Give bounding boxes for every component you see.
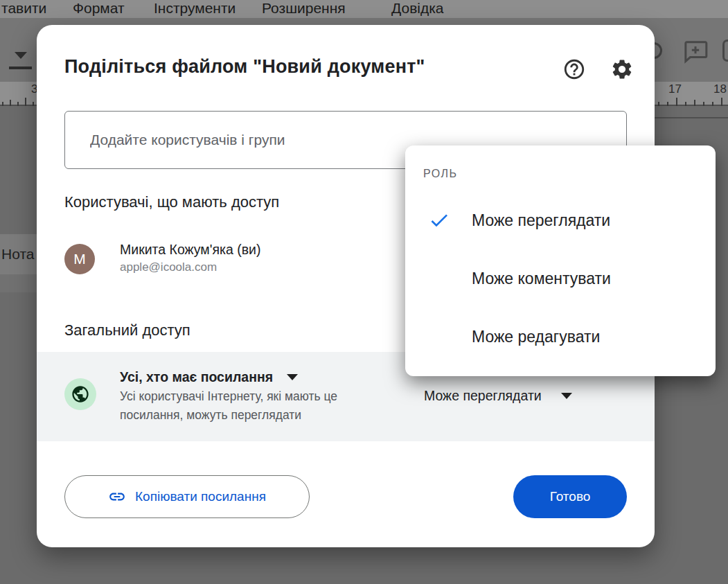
role-menu-header: РОЛЬ [423, 168, 458, 180]
check-placeholder [428, 267, 452, 290]
ruler-tick [694, 100, 695, 106]
link-access-title: Усі, хто має посилання [120, 369, 273, 385]
ruler-tick [667, 102, 668, 106]
document-side-tab[interactable]: Нота [0, 234, 39, 274]
ruler-number: 18 [713, 82, 727, 96]
menu-item-help[interactable]: Довідка [391, 0, 444, 17]
gear-icon[interactable] [610, 57, 634, 81]
ruler-tick [685, 102, 686, 106]
screen: тавити Формат Інструменти Розширення Дов… [0, 0, 728, 584]
side-panel-strip [0, 274, 39, 292]
ruler-tick [2, 102, 3, 106]
menu-item-tools[interactable]: Інструменти [154, 0, 236, 17]
chevron-down-icon [561, 393, 572, 399]
owner-name: Микита Кожум'яка (ви) [120, 242, 260, 258]
ruler-tick [10, 100, 11, 106]
document-page-edge [654, 117, 728, 118]
ruler-tick [658, 102, 659, 106]
copy-link-button[interactable]: Копіювати посилання [64, 475, 310, 518]
ruler-tick [33, 102, 34, 106]
help-icon[interactable] [562, 57, 586, 81]
general-access-heading: Загальний доступ [64, 321, 190, 339]
link-access-desc-line1: Усі користувачі Інтернету, які мають це [120, 389, 337, 403]
link-access-desc-line2: посилання, можуть переглядати [120, 408, 301, 422]
link-icon [108, 488, 126, 506]
ruler-tick [712, 102, 713, 106]
add-comment-icon[interactable] [682, 38, 709, 66]
role-option-label: Може редагувати [472, 328, 600, 346]
role-option-commenter[interactable]: Може коментувати [405, 249, 716, 308]
link-access-dropdown[interactable]: Усі, хто має посилання [120, 366, 298, 387]
done-button[interactable]: Готово [513, 475, 627, 518]
copy-link-label: Копіювати посилання [135, 489, 266, 504]
role-option-label: Може коментувати [472, 269, 611, 288]
menu-item-insert[interactable]: тавити [1, 0, 46, 17]
link-role-value: Може переглядати [424, 388, 542, 404]
ruler-tick [703, 102, 704, 106]
menu-item-extensions[interactable]: Розширення [262, 0, 346, 17]
ruler-tick [25, 98, 26, 106]
dialog-title: Поділіться файлом "Новий документ" [64, 56, 425, 78]
role-option-editor[interactable]: Може редагувати [405, 308, 716, 366]
check-icon [428, 209, 452, 232]
toolbar-underline-icon [9, 67, 32, 69]
ruler-number: 17 [668, 82, 682, 96]
ruler-tick [676, 98, 677, 106]
role-option-label: Може переглядати [472, 211, 610, 230]
chevron-down-icon [287, 374, 298, 380]
toolbar-partial-icon[interactable] [722, 39, 728, 62]
globe-icon [64, 378, 96, 410]
role-option-viewer[interactable]: Може переглядати [405, 191, 716, 249]
people-with-access-heading: Користувачі, що мають доступ [64, 193, 279, 211]
docs-menu-bar: тавити Формат Інструменти Розширення Дов… [0, 0, 728, 18]
dropdown-arrow-icon[interactable] [15, 52, 27, 59]
link-role-dropdown[interactable]: Може переглядати [424, 385, 572, 406]
owner-email: apple@icoola.com [120, 260, 217, 274]
check-placeholder [428, 325, 452, 348]
role-menu: РОЛЬ Може переглядати Може коментувати М… [405, 145, 716, 376]
side-tab-label: Нота [0, 234, 39, 274]
ruler-tick [17, 102, 19, 106]
avatar: M [64, 244, 95, 274]
menu-item-format[interactable]: Формат [73, 0, 125, 17]
link-access-description: Усі користувачі Інтернету, які мають це … [120, 387, 337, 424]
ruler-tick [721, 98, 722, 106]
